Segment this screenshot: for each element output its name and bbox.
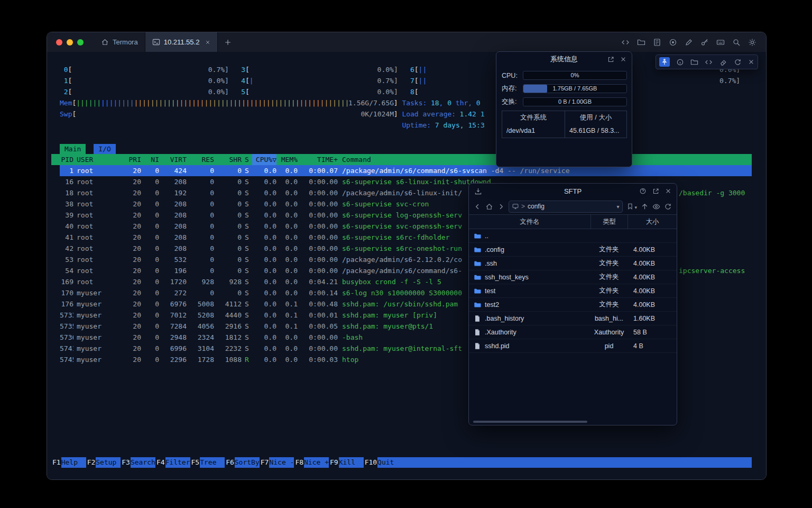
htop-tab-main[interactable]: Main	[60, 144, 86, 154]
log-icon[interactable]	[653, 38, 661, 47]
back-icon[interactable]	[474, 203, 482, 211]
file-type: 文件夹	[590, 286, 628, 295]
file-icon	[474, 329, 481, 336]
file-icon	[474, 315, 481, 322]
pin-icon[interactable]	[659, 57, 670, 67]
folder-icon[interactable]	[690, 58, 698, 66]
file-row[interactable]: sshd.pidpid4 B	[469, 339, 677, 353]
fn-sortby[interactable]: F6SortBy	[225, 457, 260, 468]
up-directory-icon[interactable]	[641, 203, 649, 211]
stat-progress-bar: 0%	[523, 71, 627, 80]
header-s[interactable]: S	[242, 154, 252, 165]
folder-icon	[474, 301, 481, 309]
close-panel-icon[interactable]	[620, 56, 626, 62]
forward-icon[interactable]	[497, 203, 505, 211]
htop-tab-io[interactable]: I/O	[94, 144, 115, 154]
file-rows: ...config文件夹4.00KB.ssh文件夹4.00KBssh_host_…	[469, 229, 677, 353]
transfers-icon[interactable]	[474, 184, 482, 198]
meter-line: Uptime: 7 days, 15:3	[60, 120, 766, 131]
new-tab-button[interactable]	[218, 32, 238, 52]
refresh-icon[interactable]	[734, 58, 742, 66]
help-icon[interactable]	[639, 187, 647, 195]
file-row[interactable]: test文件夹4.00KB	[469, 284, 677, 298]
close-window-button[interactable]	[56, 39, 62, 46]
file-col-type[interactable]: 类型	[590, 215, 628, 229]
close-window-icon[interactable]	[665, 188, 671, 194]
zoom-window-button[interactable]	[77, 39, 84, 46]
info-icon[interactable]	[676, 58, 684, 66]
sysinfo-stat-row: 交换:0 B / 1.00GB	[502, 97, 627, 106]
fn-nice-[interactable]: F8Nice +	[294, 457, 329, 468]
path-dropdown-caret[interactable]: ▾	[616, 204, 619, 210]
meter-line: 1[0.0%]4[|0.7%]7[||0.7%]	[60, 76, 766, 87]
sysinfo-stat-row: 内存:1.75GB / 7.65GB	[502, 84, 627, 93]
tab-session[interactable]: 10.211.55.2	[145, 32, 218, 52]
keyboard-icon[interactable]	[716, 38, 725, 47]
code-icon[interactable]	[621, 38, 630, 47]
process-table-header[interactable]: PID USER PRI NI VIRT RES SHR S CPU%▽ MEM…	[51, 154, 752, 165]
path-segment[interactable]: config	[528, 203, 545, 210]
open-in-window-icon[interactable]	[607, 56, 614, 63]
header-res[interactable]: RES	[187, 154, 214, 165]
file-row[interactable]: .config文件夹4.00KB	[469, 243, 677, 257]
header-pid[interactable]: PID	[60, 154, 73, 165]
close-icon[interactable]	[748, 59, 754, 65]
path-bar[interactable]: > config ▾	[509, 201, 623, 213]
fn-tree[interactable]: F5Tree	[190, 457, 225, 468]
settings-icon[interactable]	[748, 38, 756, 47]
file-row[interactable]: test2文件夹4.00KB	[469, 298, 677, 312]
file-name: test	[485, 287, 495, 295]
fn-help[interactable]: F1Help	[51, 457, 86, 468]
file-name: .config	[485, 246, 504, 253]
refresh-icon[interactable]	[664, 203, 672, 211]
eraser-icon[interactable]	[719, 58, 727, 66]
fn-quit[interactable]: F10Quit	[364, 457, 394, 468]
file-row[interactable]: .XauthorityXauthority58 B	[469, 325, 677, 339]
search-icon[interactable]	[732, 38, 741, 47]
header-ni[interactable]: NI	[141, 154, 159, 165]
show-hidden-icon[interactable]	[652, 203, 660, 211]
horizontal-scrollbar[interactable]	[473, 421, 587, 423]
file-name: .ssh	[485, 260, 497, 267]
fn-setup[interactable]: F2Setup	[86, 457, 121, 468]
tab-home[interactable]: Termora	[94, 32, 145, 52]
folder-icon[interactable]	[637, 38, 645, 47]
command-tail: ipcserver-access	[679, 265, 745, 276]
meter-line: 2[0.0%]5[0.0%]8[	[60, 87, 766, 98]
fn-search[interactable]: F3Search	[121, 457, 155, 468]
fn-kill[interactable]: F9Kill	[329, 457, 364, 468]
header-shr[interactable]: SHR	[214, 154, 242, 165]
record-icon[interactable]	[669, 38, 677, 47]
home-icon[interactable]	[485, 203, 493, 211]
code-icon[interactable]	[705, 58, 713, 66]
file-name: .Xauthority	[485, 329, 516, 336]
process-row[interactable]: 1root20042400S0.00.00:00.07/package/admi…	[60, 165, 752, 176]
header-mem[interactable]: MEM%	[276, 154, 298, 165]
fs-rows: /dev/vda145.61GB / 58.3...	[502, 124, 626, 138]
fn-filter[interactable]: F4Filter	[155, 457, 190, 468]
terminal-icon	[152, 38, 160, 46]
header-user[interactable]: USER	[73, 154, 126, 165]
file-row[interactable]: ssh_host_keys文件夹4.00KB	[469, 270, 677, 284]
close-tab-icon[interactable]	[205, 40, 210, 45]
file-table-header[interactable]: 文件名 类型 大小	[469, 214, 677, 229]
file-col-size[interactable]: 大小	[628, 215, 677, 229]
fn-nice-[interactable]: F7Nice -	[260, 457, 294, 468]
bookmark-caret: ▾	[634, 205, 637, 210]
sysinfo-title: 系统信息	[496, 52, 632, 67]
file-row[interactable]: .bash_historybash_hi...1.60KB	[469, 312, 677, 325]
header-virt[interactable]: VIRT	[159, 154, 187, 165]
header-time[interactable]: TIME+	[298, 154, 338, 165]
window-controls	[47, 32, 94, 52]
header-cpu-sort[interactable]: CPU%▽	[252, 154, 276, 165]
file-col-name[interactable]: 文件名	[469, 215, 590, 229]
header-pri[interactable]: PRI	[126, 154, 141, 165]
minimize-window-button[interactable]	[67, 39, 73, 46]
key-icon[interactable]	[700, 38, 709, 47]
edit-icon[interactable]	[685, 38, 693, 47]
bookmark-button[interactable]: ▾	[626, 203, 637, 210]
file-row[interactable]: .ssh文件夹4.00KB	[469, 257, 677, 270]
open-in-window-icon[interactable]	[652, 188, 659, 195]
file-size: 4.00KB	[628, 301, 677, 309]
file-row[interactable]: ..	[469, 229, 677, 243]
